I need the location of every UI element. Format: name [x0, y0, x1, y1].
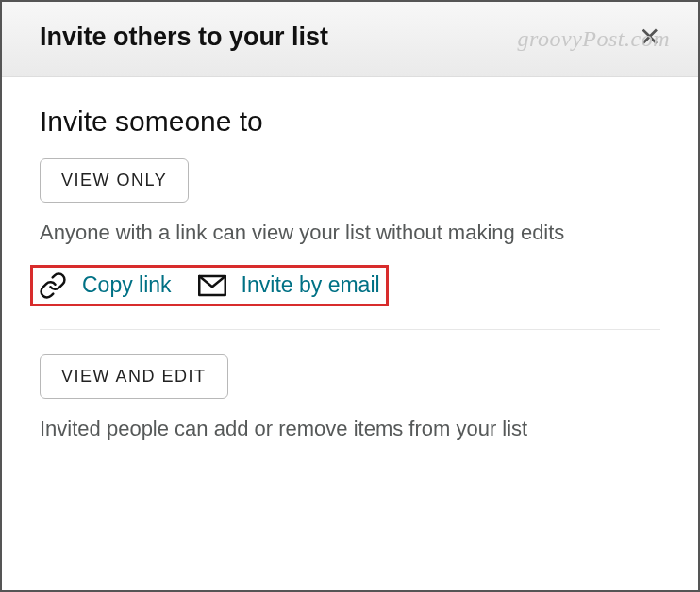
- dialog-header: Invite others to your list ✕: [2, 2, 698, 77]
- copy-link-label: Copy link: [82, 272, 172, 298]
- dialog-content: Invite someone to VIEW ONLY Anyone with …: [2, 77, 698, 480]
- link-icon: [39, 271, 67, 300]
- invite-email-action[interactable]: Invite by email: [198, 272, 380, 298]
- invite-email-label: Invite by email: [242, 272, 380, 298]
- view-and-edit-button[interactable]: VIEW AND EDIT: [40, 354, 228, 399]
- view-only-button[interactable]: VIEW ONLY: [40, 158, 189, 203]
- view-edit-description: Invited people can add or remove items f…: [40, 414, 660, 444]
- copy-link-action[interactable]: Copy link: [39, 271, 172, 300]
- actions-highlight: Copy link Invite by email: [30, 265, 389, 306]
- dialog-title: Invite others to your list: [40, 23, 328, 52]
- close-button[interactable]: ✕: [639, 25, 660, 51]
- close-icon: ✕: [639, 23, 660, 52]
- section-title: Invite someone to: [40, 106, 660, 138]
- email-icon: [198, 274, 226, 297]
- view-only-description: Anyone with a link can view your list wi…: [40, 218, 660, 248]
- section-divider: [40, 329, 660, 330]
